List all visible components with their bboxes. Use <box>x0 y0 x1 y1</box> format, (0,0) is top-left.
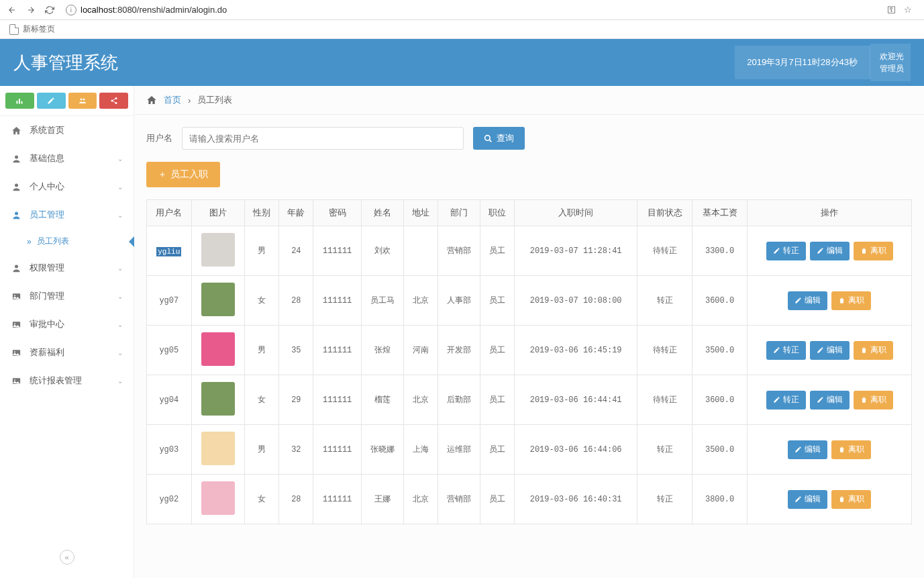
avatar <box>201 382 235 416</box>
cell-address: 北京 <box>404 475 438 524</box>
op-离职-button[interactable]: 离职 <box>831 291 871 310</box>
svg-point-5 <box>115 97 117 99</box>
op-离职-button[interactable]: 离职 <box>831 440 871 459</box>
edit-icon <box>817 247 824 254</box>
op-转正-button[interactable]: 转正 <box>766 341 806 360</box>
bookmark-new-tab[interactable]: 新标签页 <box>23 23 55 35</box>
cell-position: 员工 <box>480 475 515 524</box>
search-icon <box>484 134 493 143</box>
op-编辑-button[interactable]: 编辑 <box>788 440 827 459</box>
search-input[interactable] <box>182 127 464 150</box>
url-bar[interactable]: i localhost:8080/renshi/admin/alogin.do <box>62 5 882 15</box>
sidebar-item-1[interactable]: 基础信息⌄ <box>0 144 134 173</box>
avatar <box>201 332 235 366</box>
sidebar-tool-edit[interactable] <box>37 93 66 109</box>
edit-icon <box>773 247 780 254</box>
cell-gender: 女 <box>245 475 279 524</box>
key-icon[interactable]: ⚿ <box>887 5 896 15</box>
cell-username[interactable]: yg05 <box>159 346 178 355</box>
site-info-icon[interactable]: i <box>66 5 76 15</box>
cell-address: 上海 <box>404 425 438 475</box>
op-离职-button[interactable]: 离职 <box>854 341 893 360</box>
breadcrumb-home[interactable]: 首页 <box>164 94 181 106</box>
header-welcome: 欢迎光 管理员 <box>870 44 911 81</box>
table-header: 年龄 <box>279 200 313 226</box>
sidebar-item-7[interactable]: 资薪福利⌄ <box>0 338 134 367</box>
search-button[interactable]: 查询 <box>473 127 525 150</box>
cell-username[interactable]: yg02 <box>159 495 178 504</box>
op-转正-button[interactable]: 转正 <box>766 242 806 260</box>
chevron-down-icon: ⌄ <box>117 377 123 385</box>
op-离职-button[interactable]: 离职 <box>831 490 871 509</box>
app-header: 人事管理系统 2019年3月7日11时28分43秒 欢迎光 管理员 <box>0 39 924 86</box>
cell-name: 员工马 <box>362 276 404 326</box>
reload-icon <box>45 5 54 15</box>
sidebar-tool-stats[interactable] <box>5 93 34 109</box>
sidebar-item-label: 基础信息 <box>30 152 64 164</box>
cell-salary: 3600.0 <box>692 276 748 326</box>
sidebar-item-2[interactable]: 个人中心⌄ <box>0 173 134 201</box>
table-header: 入职时间 <box>515 200 637 226</box>
svg-point-8 <box>15 155 18 158</box>
cell-username[interactable]: yg04 <box>159 395 178 405</box>
op-编辑-button[interactable]: 编辑 <box>788 291 827 310</box>
sidebar-item-6[interactable]: 审批中心⌄ <box>0 310 134 338</box>
employee-table: 用户名图片性别年龄密码姓名地址部门职位入职时间目前状态基本工资操作 ygliu … <box>146 199 912 524</box>
browser-forward-button[interactable] <box>24 3 38 17</box>
op-转正-button[interactable]: 转正 <box>766 391 806 410</box>
page-icon <box>9 24 19 35</box>
add-employee-button[interactable]: 员工入职 <box>146 162 220 187</box>
sidebar-tool-users[interactable] <box>68 93 97 109</box>
sidebar-item-8[interactable]: 统计报表管理⌄ <box>0 367 134 395</box>
sidebar-item-3[interactable]: 员工管理⌄ <box>0 201 134 229</box>
op-编辑-button[interactable]: 编辑 <box>810 242 850 260</box>
sidebar-sublink-employee-list[interactable]: 员工列表 <box>0 229 134 254</box>
breadcrumb-separator: › <box>188 95 191 105</box>
cell-hire-date: 2019-03-06 16:45:19 <box>515 326 637 375</box>
trash-icon <box>860 247 868 254</box>
sidebar-collapse-button[interactable]: « <box>60 550 74 565</box>
sidebar-item-label: 审批中心 <box>30 318 64 330</box>
avatar <box>201 481 235 515</box>
cell-name: 张煌 <box>362 326 404 375</box>
table-header: 基本工资 <box>692 200 748 226</box>
home-icon <box>11 126 21 136</box>
star-icon[interactable]: ☆ <box>904 5 912 15</box>
sidebar-item-label: 权限管理 <box>30 262 64 274</box>
browser-back-button[interactable] <box>5 3 19 17</box>
cell-address: 北京 <box>404 276 438 326</box>
svg-rect-0 <box>17 101 18 104</box>
app-title: 人事管理系统 <box>13 51 735 75</box>
sidebar-tool-share[interactable] <box>99 93 128 109</box>
search-row: 用户名 查询 <box>134 115 924 162</box>
user-icon <box>11 210 21 220</box>
op-编辑-button[interactable]: 编辑 <box>788 490 827 509</box>
cell-username[interactable]: yg03 <box>159 445 178 454</box>
cell-status: 待转正 <box>637 326 692 375</box>
table-row: yg03 男 32 111111 张晓娜 上海 运维部 员工 2019-03-0… <box>147 425 912 475</box>
op-编辑-button[interactable]: 编辑 <box>810 391 850 410</box>
cell-department: 开发部 <box>438 326 480 375</box>
chevron-down-icon: ⌄ <box>117 321 123 328</box>
home-icon <box>146 95 157 105</box>
cell-department: 营销部 <box>438 226 480 276</box>
cell-username[interactable]: yg07 <box>159 296 178 305</box>
breadcrumb: 首页 › 员工列表 <box>134 86 924 115</box>
sidebar-item-5[interactable]: 部门管理⌄ <box>0 282 134 310</box>
cell-department: 营销部 <box>438 475 480 524</box>
svg-point-19 <box>14 379 15 381</box>
cell-hire-date: 2019-03-06 16:44:41 <box>515 375 637 425</box>
table-header: 图片 <box>191 200 245 226</box>
cell-status: 转正 <box>637 475 692 524</box>
op-离职-button[interactable]: 离职 <box>854 242 893 260</box>
browser-reload-button[interactable] <box>43 3 56 17</box>
image-icon <box>11 320 21 330</box>
op-编辑-button[interactable]: 编辑 <box>810 341 850 360</box>
user-icon <box>11 154 21 164</box>
sidebar-item-0[interactable]: 系统首页 <box>0 116 134 144</box>
op-离职-button[interactable]: 离职 <box>854 391 893 410</box>
cell-gender: 女 <box>245 276 279 326</box>
cell-username[interactable]: ygliu <box>156 247 181 256</box>
sidebar-item-4[interactable]: 权限管理⌄ <box>0 254 134 282</box>
op-buttons: 编辑离职 <box>753 440 906 459</box>
